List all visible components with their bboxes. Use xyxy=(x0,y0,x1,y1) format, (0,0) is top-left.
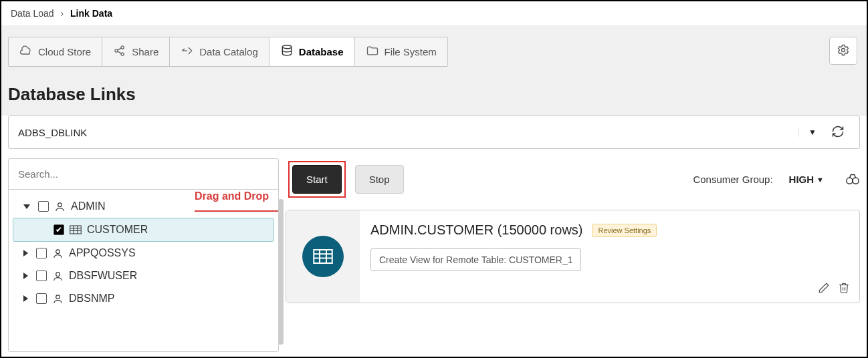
tab-share-label: Share xyxy=(132,46,158,57)
card-title: ADMIN.CUSTOMER (150000 rows) xyxy=(370,222,582,238)
chevron-down-icon: ▼ xyxy=(817,176,824,184)
tab-database-label: Database xyxy=(299,46,344,57)
checkbox-checked[interactable]: ✔ xyxy=(53,224,64,235)
review-settings-badge[interactable]: Review Settings xyxy=(592,224,657,237)
user-icon xyxy=(54,201,66,212)
card-thumbnail xyxy=(286,210,360,303)
refresh-button[interactable] xyxy=(826,125,850,140)
tab-cloud-store[interactable]: Cloud Store xyxy=(9,37,102,66)
svg-point-23 xyxy=(853,178,859,184)
svg-point-16 xyxy=(56,272,60,276)
page-title: Database Links xyxy=(1,76,867,116)
svg-line-3 xyxy=(118,48,122,50)
tab-database[interactable]: Database xyxy=(269,37,355,66)
refresh-icon xyxy=(831,129,845,140)
edit-button[interactable] xyxy=(818,282,830,296)
dblink-name: ADBS_DBLINK xyxy=(18,127,87,138)
share-icon xyxy=(113,44,126,59)
tree-dbsfwuser[interactable]: DBSFWUSER xyxy=(9,264,278,287)
right-panel: Start Stop Consumer Group: HIGH ▼ xyxy=(286,158,860,352)
load-card: ADMIN.CUSTOMER (150000 rows) Review Sett… xyxy=(286,210,860,303)
tree-node-label: DBSNMP xyxy=(69,293,114,305)
tree-customer-label: CUSTOMER xyxy=(87,224,148,236)
dblink-dropdown-caret[interactable]: ▼ xyxy=(798,128,826,137)
search-input[interactable] xyxy=(9,159,278,189)
database-icon xyxy=(280,44,294,59)
caret-down-icon xyxy=(23,204,30,209)
folder-icon xyxy=(366,44,379,59)
binoculars-icon xyxy=(845,176,860,187)
start-highlight: Start xyxy=(288,161,346,198)
consumer-group-label: Consumer Group: xyxy=(693,174,772,185)
consumer-group-select[interactable]: HIGH ▼ xyxy=(789,174,824,185)
tab-files-label: File System xyxy=(385,46,437,57)
create-view-box: Create View for Remote Table: CUSTOMER_1 xyxy=(370,248,581,271)
svg-point-15 xyxy=(56,249,60,253)
checkbox[interactable] xyxy=(36,248,47,258)
tab-file-system[interactable]: File System xyxy=(355,37,447,66)
breadcrumb: Data Load › Link Data xyxy=(1,1,867,26)
svg-line-4 xyxy=(118,51,122,53)
checkbox[interactable] xyxy=(36,271,47,281)
cloud-icon xyxy=(19,44,33,59)
table-icon xyxy=(70,225,82,234)
user-icon xyxy=(52,248,64,259)
table-circle-icon xyxy=(302,236,344,277)
tab-data-catalog[interactable]: Data Catalog xyxy=(170,37,269,66)
checkbox[interactable] xyxy=(36,293,47,304)
dblink-selector[interactable]: ADBS_DBLINK ▼ xyxy=(8,116,860,149)
delete-card-button[interactable] xyxy=(838,282,850,296)
gear-icon xyxy=(837,43,850,59)
source-tabbar: Cloud Store Share Data Catalog Database … xyxy=(8,37,448,67)
svg-point-22 xyxy=(847,178,853,184)
scrollbar[interactable] xyxy=(278,199,284,345)
breadcrumb-sep: › xyxy=(61,8,64,19)
svg-rect-10 xyxy=(70,226,82,234)
tree-node-label: DBSFWUSER xyxy=(69,270,137,282)
svg-point-9 xyxy=(58,202,62,206)
tree-appqossys[interactable]: APPQOSSYS xyxy=(9,242,278,264)
tree-customer[interactable]: ✔ CUSTOMER xyxy=(13,218,274,242)
tree-node-label: APPQOSSYS xyxy=(69,247,136,259)
tree-admin-label: ADMIN xyxy=(71,200,106,212)
svg-point-7 xyxy=(282,45,291,49)
svg-point-17 xyxy=(56,295,60,299)
breadcrumb-parent[interactable]: Data Load xyxy=(11,8,54,19)
stop-button[interactable]: Stop xyxy=(355,165,404,194)
checkbox[interactable] xyxy=(38,201,49,212)
breadcrumb-current: Link Data xyxy=(70,8,112,19)
catalog-icon xyxy=(181,44,194,59)
tree-dbsnmp[interactable]: DBSNMP xyxy=(9,287,278,310)
caret-right-icon xyxy=(23,273,28,279)
svg-point-8 xyxy=(842,48,845,51)
pencil-icon xyxy=(818,285,830,296)
tab-cloud-label: Cloud Store xyxy=(38,46,91,57)
tab-catalog-label: Data Catalog xyxy=(199,46,258,57)
user-icon xyxy=(52,293,64,305)
user-icon xyxy=(52,271,64,282)
delete-all-button[interactable] xyxy=(427,172,441,187)
tab-share[interactable]: Share xyxy=(102,37,170,66)
caret-right-icon xyxy=(23,250,28,256)
caret-right-icon xyxy=(23,295,28,302)
tree-admin[interactable]: ADMIN xyxy=(9,195,278,218)
inspect-button[interactable] xyxy=(845,172,860,187)
schema-tree-panel: ADMIN ✔ CUSTOMER APPQOSSYS DBSFWUSER xyxy=(8,158,279,352)
document-button[interactable] xyxy=(453,172,468,187)
trash-icon xyxy=(838,285,850,296)
consumer-group-value: HIGH xyxy=(789,174,815,185)
start-button[interactable]: Start xyxy=(292,165,342,194)
svg-rect-25 xyxy=(314,250,332,263)
settings-button[interactable] xyxy=(829,37,857,65)
